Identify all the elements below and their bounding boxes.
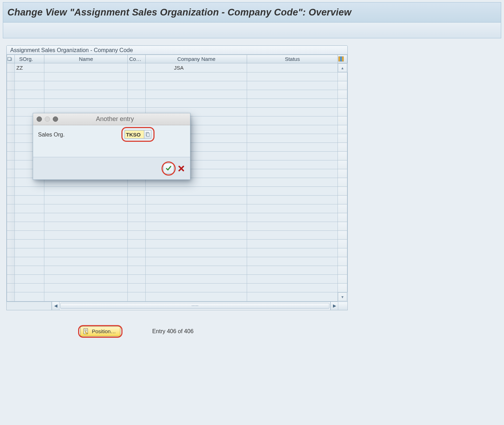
vscroll-down-arrow[interactable]: ▾ (338, 292, 347, 301)
row-selector[interactable] (7, 134, 15, 143)
col-co[interactable]: Co… (128, 55, 146, 63)
cell-company_name[interactable] (146, 196, 247, 204)
cancel-button[interactable] (177, 165, 185, 172)
cell-company_name[interactable] (146, 213, 247, 222)
row-selector[interactable] (7, 284, 15, 292)
cell-name[interactable] (44, 275, 128, 284)
cell-status[interactable] (247, 178, 338, 187)
cell-status[interactable] (247, 99, 338, 108)
table-row[interactable] (7, 222, 347, 231)
hscroll-track[interactable] (59, 302, 330, 310)
cell-status[interactable] (247, 187, 338, 196)
cell-name[interactable] (44, 213, 128, 222)
table-row[interactable] (7, 81, 347, 90)
window-close-dot[interactable] (37, 116, 42, 122)
table-row[interactable] (7, 204, 347, 213)
cell-co[interactable] (128, 213, 146, 222)
col-config-header[interactable] (338, 55, 347, 63)
hscroll-right-arrow[interactable]: ▶ (330, 302, 338, 310)
row-selector[interactable] (7, 108, 15, 116)
row-selector[interactable] (7, 275, 15, 284)
row-selector[interactable] (7, 178, 15, 187)
cell-status[interactable] (247, 231, 338, 240)
cell-company_name[interactable] (146, 248, 247, 257)
row-selector[interactable] (7, 196, 15, 204)
cell-company_name[interactable] (146, 204, 247, 213)
cell-name[interactable] (44, 231, 128, 240)
table-row[interactable] (7, 240, 347, 248)
select-all-header[interactable] (7, 55, 15, 63)
cell-sorg[interactable] (15, 240, 44, 248)
cell-sorg[interactable] (15, 222, 44, 231)
row-selector[interactable] (7, 125, 15, 134)
cell-company_name[interactable] (146, 72, 247, 81)
row-selector[interactable] (7, 99, 15, 108)
cell-company_name[interactable] (146, 275, 247, 284)
cell-sorg[interactable] (15, 90, 44, 99)
cell-sorg[interactable] (15, 81, 44, 90)
cell-company_name[interactable] (146, 81, 247, 90)
cell-co[interactable] (128, 284, 146, 292)
cell-company_name[interactable] (146, 266, 247, 275)
cell-sorg[interactable]: ZZ (15, 63, 44, 72)
cell-status[interactable] (247, 125, 338, 134)
cell-co[interactable] (128, 266, 146, 275)
cell-status[interactable] (247, 108, 338, 116)
position-button[interactable]: Position… (80, 326, 120, 336)
row-selector[interactable] (7, 213, 15, 222)
cell-status[interactable] (247, 275, 338, 284)
cell-co[interactable] (128, 257, 146, 266)
cell-sorg[interactable] (15, 275, 44, 284)
row-selector[interactable] (7, 63, 15, 72)
row-selector[interactable] (7, 160, 15, 169)
cell-sorg[interactable] (15, 266, 44, 275)
window-zoom-dot[interactable] (53, 116, 58, 122)
cell-sorg[interactable] (15, 204, 44, 213)
cell-company_name[interactable] (146, 222, 247, 231)
cell-co[interactable] (128, 292, 146, 302)
cell-company_name[interactable] (146, 284, 247, 292)
cell-status[interactable] (247, 169, 338, 178)
cell-company_name[interactable] (146, 99, 247, 108)
cell-status[interactable] (247, 222, 338, 231)
table-row[interactable] (7, 187, 347, 196)
cell-status[interactable] (247, 72, 338, 81)
cell-status[interactable] (247, 143, 338, 152)
cell-name[interactable] (44, 196, 128, 204)
cell-name[interactable] (44, 81, 128, 90)
row-selector[interactable] (7, 248, 15, 257)
cell-name[interactable] (44, 248, 128, 257)
row-selector[interactable] (7, 81, 15, 90)
hscroll-left-arrow[interactable]: ◀ (52, 302, 59, 310)
table-row[interactable] (7, 257, 347, 266)
cell-company_name[interactable] (146, 231, 247, 240)
row-selector[interactable] (7, 204, 15, 213)
row-selector[interactable] (7, 231, 15, 240)
cell-name[interactable] (44, 204, 128, 213)
cell-co[interactable] (128, 72, 146, 81)
row-selector[interactable] (7, 257, 15, 266)
cell-company_name[interactable] (146, 257, 247, 266)
table-row[interactable] (7, 99, 347, 108)
row-selector[interactable] (7, 169, 15, 178)
cell-status[interactable] (247, 204, 338, 213)
cell-name[interactable] (44, 292, 128, 302)
cell-co[interactable] (128, 187, 146, 196)
cell-status[interactable] (247, 116, 338, 125)
cell-status[interactable] (247, 152, 338, 160)
row-selector[interactable] (7, 72, 15, 81)
cell-status[interactable] (247, 213, 338, 222)
cell-name[interactable] (44, 266, 128, 275)
row-selector[interactable] (7, 240, 15, 248)
row-selector[interactable] (7, 222, 15, 231)
cell-sorg[interactable] (15, 99, 44, 108)
row-selector[interactable] (7, 116, 15, 125)
cell-sorg[interactable] (15, 284, 44, 292)
ok-button[interactable] (163, 163, 174, 174)
cell-co[interactable] (128, 248, 146, 257)
cell-company_name[interactable] (146, 187, 247, 196)
row-selector[interactable] (7, 266, 15, 275)
cell-status[interactable] (247, 90, 338, 99)
cell-status[interactable] (247, 134, 338, 143)
cell-company_name[interactable] (146, 90, 247, 99)
